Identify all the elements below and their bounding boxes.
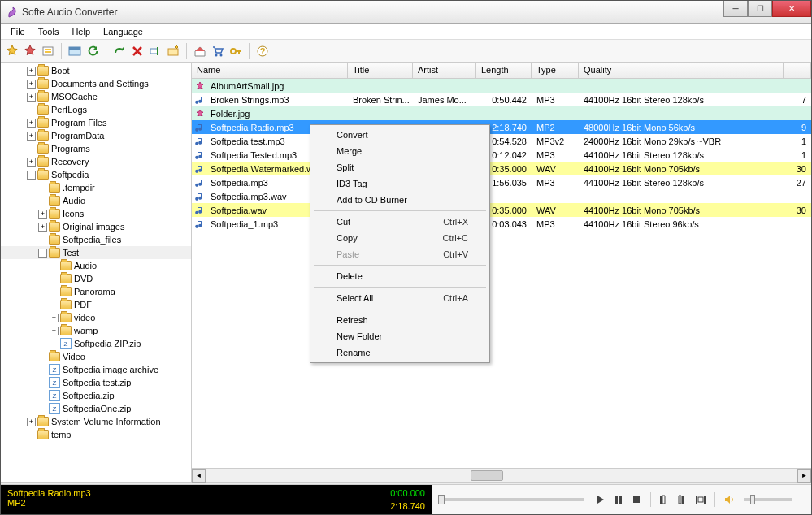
tb-explorer-icon[interactable] (67, 43, 83, 59)
file-row[interactable]: Softpedia Watermarked.wav0:35.000WAV4410… (192, 162, 811, 175)
expand-icon[interactable]: + (50, 327, 59, 335)
col-artist[interactable]: Artist (413, 63, 476, 78)
tb-refresh-icon[interactable] (85, 43, 101, 59)
tree-item[interactable]: +video (1, 311, 191, 324)
tb-cart-icon[interactable] (210, 43, 226, 59)
tb-fav-add-icon[interactable] (4, 43, 20, 59)
file-row[interactable]: Softpedia_1.mp30:03.043MP344100Hz 16bit … (192, 217, 811, 231)
volume-knob[interactable] (750, 495, 755, 504)
menu-file[interactable]: File (6, 25, 30, 38)
file-row[interactable]: Softpedia.mp3.wav (192, 189, 811, 203)
ctx-select-all[interactable]: Select AllCtrl+A (312, 290, 488, 306)
tree-item[interactable]: +Icons (1, 207, 191, 220)
expand-icon[interactable]: + (27, 132, 36, 141)
tree-item[interactable]: +Recovery (1, 155, 191, 168)
col-quality[interactable]: Quality (579, 63, 784, 78)
file-row[interactable]: AlbumArtSmall.jpg (192, 79, 811, 93)
tree-item[interactable]: Audio (1, 194, 191, 207)
col-name[interactable]: Name (192, 63, 348, 78)
tree-item[interactable]: +Original images (1, 220, 191, 233)
mark-start-icon[interactable] (658, 493, 671, 506)
tree-item[interactable]: ZSoftpedia test.zip (1, 376, 191, 389)
col-type[interactable]: Type (532, 63, 579, 78)
minimize-button[interactable]: ─ (723, 1, 748, 17)
tree-item[interactable]: +Boot (1, 64, 191, 77)
menu-tools[interactable]: Tools (33, 25, 64, 38)
tree-item[interactable]: +System Volume Information (1, 415, 191, 428)
scroll-thumb[interactable] (471, 470, 503, 481)
col-extra[interactable] (784, 63, 811, 78)
expand-icon[interactable]: + (27, 80, 36, 89)
tree-item[interactable]: Audio (1, 259, 191, 272)
ctx-refresh[interactable]: Refresh (312, 312, 488, 328)
ctx-convert[interactable]: Convert (312, 127, 488, 143)
list-hscrollbar[interactable]: ◄ ► (192, 468, 811, 482)
play-button[interactable] (594, 493, 607, 506)
file-list[interactable]: AlbumArtSmall.jpgBroken Strings.mp3Broke… (192, 79, 811, 468)
tree-item[interactable]: -Test (1, 246, 191, 259)
scroll-right-icon[interactable]: ► (797, 469, 811, 483)
collapse-icon[interactable]: - (27, 171, 36, 180)
tree-item[interactable]: ZSoftpedia.zip (1, 389, 191, 402)
expand-icon[interactable]: + (50, 314, 59, 322)
tree-item[interactable]: +ProgramData (1, 129, 191, 142)
collapse-icon[interactable]: - (38, 249, 47, 258)
ctx-new-folder[interactable]: New Folder (312, 328, 488, 344)
ctx-copy[interactable]: CopyCtrl+C (312, 230, 488, 246)
titlebar[interactable]: Softe Audio Converter ─ ☐ ✕ (1, 1, 811, 24)
tree-item[interactable]: DVD (1, 272, 191, 285)
expand-icon[interactable]: + (27, 67, 36, 76)
stop-button[interactable] (630, 493, 643, 506)
file-row[interactable]: Broken Strings.mp3Broken Strin...James M… (192, 93, 811, 106)
ctx-cut[interactable]: CutCtrl+X (312, 214, 488, 230)
file-row[interactable]: Softpedia.mp31:56.035MP344100Hz 16bit St… (192, 175, 811, 189)
ctx-merge[interactable]: Merge (312, 143, 488, 159)
folder-tree[interactable]: +Boot+Documents and Settings+MSOCachePer… (1, 63, 192, 482)
seek-knob[interactable] (438, 495, 445, 504)
scroll-left-icon[interactable]: ◄ (192, 469, 206, 483)
file-row[interactable]: Folder.jpg (192, 106, 811, 120)
tree-item[interactable]: Softpedia_files (1, 233, 191, 246)
menu-help[interactable]: Help (67, 25, 95, 38)
tree-item[interactable]: -Softpedia (1, 168, 191, 181)
tree-item[interactable]: ZSoftpedia ZIP.zip (1, 337, 191, 350)
tb-redo-icon[interactable] (111, 43, 128, 59)
ctx-add-cd-burner[interactable]: Add to CD Burner (312, 192, 488, 208)
mark-end-icon[interactable] (676, 493, 689, 506)
ctx-delete[interactable]: Delete (312, 268, 488, 284)
tree-item[interactable]: Panorama (1, 285, 191, 298)
tree-item[interactable]: PDF (1, 298, 191, 311)
file-row[interactable]: Softpedia.wav0:35.000WAV44100Hz 16bit Mo… (192, 203, 811, 217)
seek-slider[interactable] (438, 498, 584, 501)
col-length[interactable]: Length (476, 63, 532, 78)
tb-fav-manage-icon[interactable] (22, 43, 38, 59)
menu-language[interactable]: Language (98, 25, 148, 38)
tree-item[interactable]: +MSOCache (1, 90, 191, 103)
tree-item[interactable]: ZSoftpediaOne.zip (1, 402, 191, 415)
file-row[interactable]: Softpedia Radio.mp32:18.740MP248000Hz 16… (192, 120, 811, 134)
ctx-split[interactable]: Split (312, 159, 488, 175)
tree-item[interactable]: +wamp (1, 324, 191, 337)
expand-icon[interactable]: + (27, 158, 36, 167)
tb-help-icon[interactable]: ? (254, 43, 271, 59)
tree-item[interactable]: temp (1, 428, 191, 441)
pause-button[interactable] (612, 493, 625, 506)
close-button[interactable]: ✕ (772, 1, 811, 17)
col-title[interactable]: Title (348, 63, 413, 78)
file-row[interactable]: Softpedia test.mp30:54.528MP3v224000Hz 1… (192, 134, 811, 148)
tb-rename-icon[interactable] (147, 43, 163, 59)
expand-icon[interactable]: + (38, 223, 47, 232)
tb-newfolder-icon[interactable] (165, 43, 181, 59)
file-row[interactable]: Softpedia Tested.mp30:12.042MP344100Hz 1… (192, 148, 811, 162)
tree-item[interactable]: Video (1, 350, 191, 363)
tb-home-icon[interactable] (192, 43, 208, 59)
maximize-button[interactable]: ☐ (748, 1, 772, 17)
tb-delete-icon[interactable] (129, 43, 145, 59)
tree-item[interactable]: PerfLogs (1, 103, 191, 116)
volume-icon[interactable] (723, 493, 736, 506)
expand-icon[interactable]: + (38, 210, 47, 219)
tb-key-icon[interactable] (228, 43, 244, 59)
volume-slider[interactable] (744, 498, 792, 501)
tree-item[interactable]: +Documents and Settings (1, 77, 191, 90)
tree-item[interactable]: Programs (1, 142, 191, 155)
